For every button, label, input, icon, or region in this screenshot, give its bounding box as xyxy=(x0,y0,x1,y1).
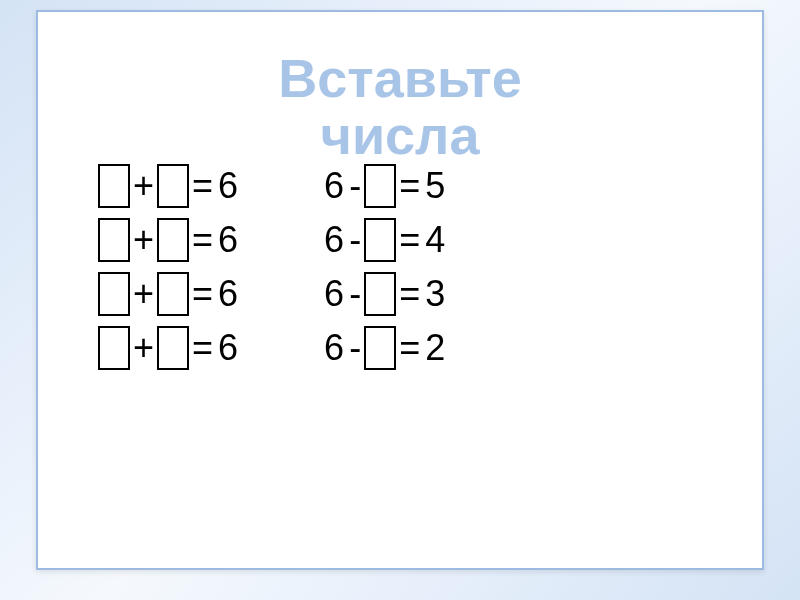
equals-sign: = xyxy=(189,327,216,369)
equals-sign: = xyxy=(396,165,423,207)
blank-box[interactable] xyxy=(364,218,396,262)
result-number: 6 xyxy=(216,219,240,261)
operator: - xyxy=(346,327,364,369)
equation-row: 6 - = 4 xyxy=(322,214,447,266)
lhs-number: 6 xyxy=(322,165,346,207)
blank-box[interactable] xyxy=(364,272,396,316)
equals-sign: = xyxy=(396,327,423,369)
blank-box[interactable] xyxy=(157,326,189,370)
page-title: Вставьте числа xyxy=(38,50,762,163)
lhs-number: 6 xyxy=(322,327,346,369)
result-number: 2 xyxy=(423,327,447,369)
operator: + xyxy=(130,165,157,207)
result-number: 6 xyxy=(216,165,240,207)
title-line-1: Вставьте xyxy=(38,50,762,107)
lhs-number: 6 xyxy=(322,219,346,261)
equation-row: + = 6 xyxy=(98,268,240,320)
blank-box[interactable] xyxy=(157,272,189,316)
equation-row: 6 - = 3 xyxy=(322,268,447,320)
equals-sign: = xyxy=(189,219,216,261)
operator: - xyxy=(346,219,364,261)
blank-box[interactable] xyxy=(98,164,130,208)
blank-box[interactable] xyxy=(157,164,189,208)
operator: + xyxy=(130,327,157,369)
result-number: 6 xyxy=(216,273,240,315)
blank-box[interactable] xyxy=(157,218,189,262)
operator: + xyxy=(130,219,157,261)
operator: + xyxy=(130,273,157,315)
equation-row: 6 - = 5 xyxy=(322,160,447,212)
operator: - xyxy=(346,273,364,315)
left-column: + = 6 + = 6 + = 6 + xyxy=(98,160,240,374)
lhs-number: 6 xyxy=(322,273,346,315)
result-number: 6 xyxy=(216,327,240,369)
blank-box[interactable] xyxy=(98,272,130,316)
right-column: 6 - = 5 6 - = 4 6 - = 3 6 xyxy=(322,160,447,374)
equals-sign: = xyxy=(189,165,216,207)
result-number: 5 xyxy=(423,165,447,207)
worksheet-card: Вставьте числа + = 6 + = 6 + xyxy=(36,10,764,570)
equation-row: + = 6 xyxy=(98,322,240,374)
blank-box[interactable] xyxy=(98,218,130,262)
blank-box[interactable] xyxy=(98,326,130,370)
blank-box[interactable] xyxy=(364,164,396,208)
result-number: 3 xyxy=(423,273,447,315)
equals-sign: = xyxy=(189,273,216,315)
equation-row: + = 6 xyxy=(98,160,240,212)
title-line-2: числа xyxy=(38,107,762,164)
equation-row: 6 - = 2 xyxy=(322,322,447,374)
operator: - xyxy=(346,165,364,207)
equals-sign: = xyxy=(396,219,423,261)
equation-row: + = 6 xyxy=(98,214,240,266)
equations-content: + = 6 + = 6 + = 6 + xyxy=(98,160,447,374)
result-number: 4 xyxy=(423,219,447,261)
blank-box[interactable] xyxy=(364,326,396,370)
equals-sign: = xyxy=(396,273,423,315)
